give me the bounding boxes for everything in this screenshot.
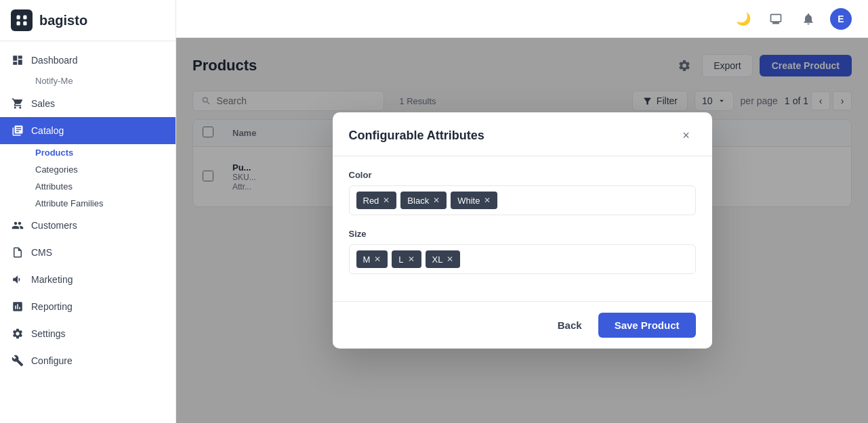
modal-footer: Back Save Product (333, 301, 712, 349)
main-area: 🌙 E Products Export Create Product (176, 0, 868, 423)
size-tag-m: M ✕ (356, 250, 388, 268)
sidebar-item-cms[interactable]: CMS (0, 239, 175, 266)
sidebar-item-marketing[interactable]: Marketing (0, 266, 175, 293)
cms-icon (11, 246, 24, 259)
modal-overlay: Configurable Attributes × Color Red ✕ (176, 38, 868, 423)
color-tags-box[interactable]: Red ✕ Black ✕ White ✕ (349, 185, 696, 215)
color-tag-red: Red ✕ (356, 192, 397, 209)
logo-icon (11, 9, 33, 31)
marketing-icon (11, 273, 24, 286)
color-tag-white: White ✕ (451, 192, 497, 209)
theme-toggle-icon[interactable]: 🌙 (732, 8, 754, 30)
notifications-icon[interactable] (798, 8, 819, 30)
size-tag-m-remove[interactable]: ✕ (374, 254, 381, 264)
sidebar-item-catalog[interactable]: Catalog (0, 117, 175, 144)
back-button[interactable]: Back (550, 314, 590, 336)
sidebar-item-products[interactable]: Products (35, 144, 175, 161)
color-tag-white-label: White (457, 196, 480, 206)
catalog-icon (11, 124, 24, 137)
sidebar-item-attribute-families[interactable]: Attribute Families (35, 195, 175, 212)
dashboard-icon (11, 53, 24, 67)
sidebar-item-marketing-label: Marketing (31, 274, 73, 285)
sidebar-item-settings-label: Settings (31, 328, 66, 339)
sidebar-item-customers[interactable]: Customers (0, 212, 175, 239)
settings-icon (11, 327, 24, 340)
sidebar-item-catalog-label: Catalog (31, 125, 64, 136)
size-tag-l-remove[interactable]: ✕ (408, 254, 415, 264)
sidebar: bagisto Dashboard Notify-Me Sales Catalo… (0, 0, 176, 423)
logo-text: bagisto (39, 13, 87, 28)
configurable-attributes-modal: Configurable Attributes × Color Red ✕ (333, 112, 712, 349)
size-tag-l: L ✕ (392, 250, 421, 268)
user-avatar[interactable]: E (830, 8, 852, 30)
customers-icon (11, 219, 24, 232)
size-tag-xl-remove[interactable]: ✕ (447, 254, 453, 264)
size-tag-xl: XL ✕ (426, 250, 461, 268)
sidebar-item-sales-label: Sales (31, 98, 55, 109)
sidebar-item-reporting-label: Reporting (31, 301, 73, 312)
save-product-button[interactable]: Save Product (598, 313, 696, 338)
color-tag-white-remove[interactable]: ✕ (484, 196, 491, 205)
sales-icon (11, 97, 24, 110)
size-tag-m-label: M (363, 254, 371, 265)
catalog-sub-nav: Products Categories Attributes Attribute… (0, 144, 175, 212)
color-tag-black-remove[interactable]: ✕ (433, 196, 440, 205)
size-label: Size (349, 229, 696, 239)
size-tag-xl-label: XL (432, 254, 443, 265)
sidebar-item-sales[interactable]: Sales (0, 90, 175, 117)
configure-icon (11, 354, 24, 368)
modal-close-button[interactable]: × (677, 126, 696, 145)
notify-me-label: Notify-Me (0, 74, 175, 90)
modal-title: Configurable Attributes (349, 129, 484, 143)
color-tag-red-label: Red (363, 196, 379, 206)
color-label: Color (349, 170, 696, 180)
color-section: Color Red ✕ Black ✕ White (349, 170, 696, 215)
size-section: Size M ✕ L ✕ XL (349, 229, 696, 274)
sidebar-nav: Dashboard Notify-Me Sales Catalog Produc… (0, 41, 175, 423)
sidebar-item-dashboard-label: Dashboard (31, 55, 78, 66)
sidebar-item-customers-label: Customers (31, 220, 77, 231)
size-tag-l-label: L (398, 254, 403, 265)
sidebar-item-categories[interactable]: Categories (35, 161, 175, 178)
logo-area: bagisto (0, 0, 175, 41)
topbar: 🌙 E (176, 0, 868, 38)
monitor-icon[interactable] (765, 8, 787, 30)
reporting-icon (11, 300, 24, 313)
size-tags-box[interactable]: M ✕ L ✕ XL ✕ (349, 244, 696, 274)
sidebar-item-configure[interactable]: Configure (0, 347, 175, 374)
color-tag-black: Black ✕ (400, 192, 447, 209)
sidebar-item-attributes[interactable]: Attributes (35, 178, 175, 195)
content-area: Products Export Create Product 1 Results… (176, 38, 868, 423)
sidebar-item-configure-label: Configure (31, 355, 73, 366)
sidebar-item-dashboard[interactable]: Dashboard (0, 47, 175, 74)
color-tag-red-remove[interactable]: ✕ (383, 196, 390, 205)
modal-header: Configurable Attributes × (333, 112, 712, 156)
modal-body: Color Red ✕ Black ✕ White (333, 156, 712, 301)
sidebar-item-reporting[interactable]: Reporting (0, 293, 175, 320)
color-tag-black-label: Black (407, 196, 429, 206)
sidebar-item-cms-label: CMS (31, 247, 52, 258)
sidebar-item-settings[interactable]: Settings (0, 320, 175, 347)
